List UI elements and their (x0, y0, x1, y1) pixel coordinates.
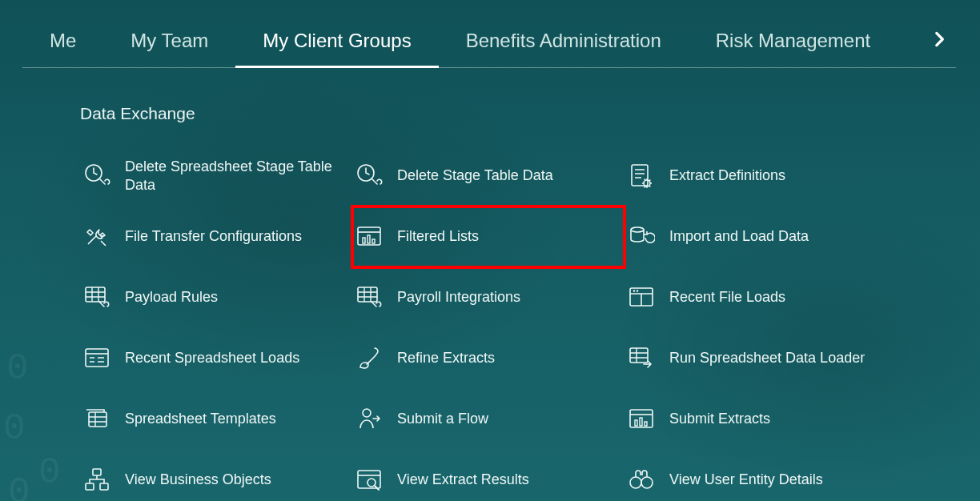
tile-label: Submit a Flow (397, 410, 488, 428)
tab-me[interactable]: Me (22, 17, 103, 71)
binoculars-icon (628, 467, 655, 494)
tile-file-transfer-configurations[interactable]: File Transfer Configurations (80, 206, 352, 267)
tile-view-business-objects[interactable]: View Business Objects (80, 450, 352, 501)
doc-gear-icon (628, 162, 655, 190)
window-panes-icon (628, 284, 655, 311)
grid-wrench-icon (83, 284, 110, 311)
grid-wrench-icon (355, 284, 383, 311)
tile-view-user-entity-details[interactable]: View User Entity Details (625, 450, 897, 501)
tile-filtered-lists[interactable]: Filtered Lists (352, 206, 625, 267)
tile-label: Recent Spreadsheet Loads (125, 349, 299, 367)
clock-wrench-icon (83, 162, 110, 190)
tile-label: View Extract Results (397, 471, 529, 489)
tile-label: File Transfer Configurations (125, 227, 302, 246)
tile-label: Run Spreadsheet Data Loader (669, 349, 865, 367)
tile-payload-rules[interactable]: Payload Rules (80, 267, 352, 328)
stack-grid-icon (83, 406, 110, 433)
tile-grid: Delete Spreadsheet Stage Table DataDelet… (0, 123, 980, 501)
tile-submit-a-flow[interactable]: Submit a Flow (352, 389, 625, 450)
tile-label: Submit Extracts (669, 410, 770, 428)
tile-label: Refine Extracts (397, 349, 495, 367)
window-grid-icon (83, 345, 110, 372)
tile-label: Payroll Integrations (397, 288, 520, 307)
tab-underline (22, 67, 956, 68)
window-search-icon (355, 467, 383, 494)
tile-delete-spreadsheet-stage-table-data[interactable]: Delete Spreadsheet Stage Table Data (80, 146, 352, 206)
tile-submit-extracts[interactable]: Submit Extracts (625, 389, 897, 450)
tab-my-client-groups[interactable]: My Client Groups (235, 17, 438, 71)
tile-import-and-load-data[interactable]: Import and Load Data (625, 206, 897, 267)
tab-risk-management[interactable]: Risk Management (689, 17, 898, 71)
tab-benefits-administration[interactable]: Benefits Administration (439, 17, 689, 71)
tab-my-team[interactable]: My Team (103, 17, 235, 71)
tile-recent-spreadsheet-loads[interactable]: Recent Spreadsheet Loads (80, 328, 352, 389)
tile-delete-stage-table-data[interactable]: Delete Stage Table Data (352, 146, 625, 206)
tile-label: Payload Rules (125, 288, 218, 307)
tile-payroll-integrations[interactable]: Payroll Integrations (352, 267, 625, 328)
tile-spreadsheet-templates[interactable]: Spreadsheet Templates (80, 389, 352, 450)
tile-view-extract-results[interactable]: View Extract Results (352, 450, 625, 501)
tile-refine-extracts[interactable]: Refine Extracts (352, 328, 625, 389)
window-chart-icon (628, 406, 655, 433)
hierarchy-icon (83, 467, 110, 494)
tools-icon (83, 223, 110, 250)
tile-label: Recent File Loads (669, 288, 785, 307)
section-title: Data Exchange (0, 72, 980, 123)
tile-label: View Business Objects (125, 471, 271, 489)
window-chart-icon (355, 223, 383, 250)
person-arrow-icon (355, 406, 383, 433)
clock-wrench-icon (355, 162, 383, 190)
tile-label: Delete Spreadsheet Stage Table Data (125, 158, 333, 195)
tile-recent-file-loads[interactable]: Recent File Loads (625, 267, 897, 328)
tile-run-spreadsheet-data-loader[interactable]: Run Spreadsheet Data Loader (625, 328, 897, 389)
sheet-arrow-icon (628, 345, 655, 372)
tile-label: Delete Stage Table Data (397, 166, 553, 185)
brush-icon (355, 345, 383, 372)
tile-label: Spreadsheet Templates (125, 410, 276, 428)
tile-label: Import and Load Data (669, 227, 809, 246)
top-tab-bar: Me My Team My Client Groups Benefits Adm… (0, 0, 980, 72)
tile-label: Filtered Lists (397, 227, 479, 246)
tile-label: Extract Definitions (669, 166, 785, 185)
tile-label: View User Entity Details (669, 471, 823, 489)
tile-extract-definitions[interactable]: Extract Definitions (625, 146, 897, 206)
tabs-next-icon[interactable] (921, 16, 958, 72)
db-refresh-icon (628, 223, 655, 250)
